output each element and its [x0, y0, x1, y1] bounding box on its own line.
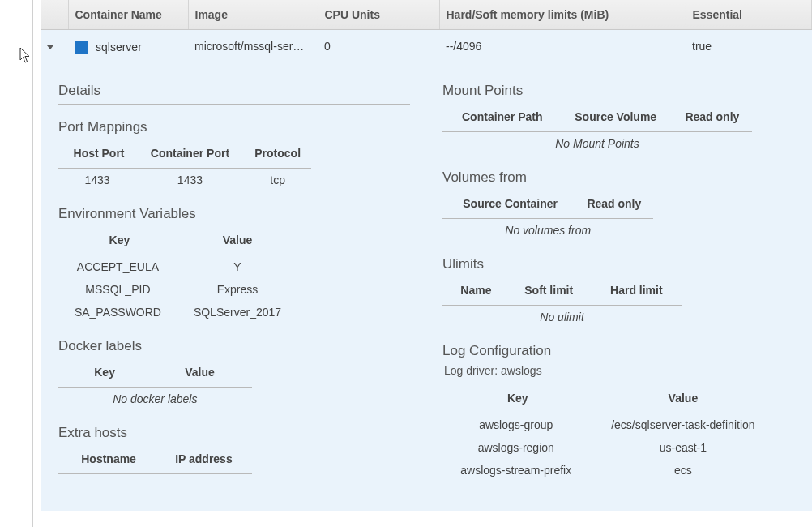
docker-labels-heading: Docker labels	[58, 338, 410, 354]
env-row: ACCEPT_EULAY	[58, 255, 297, 279]
col-container-path: Container Path	[442, 104, 559, 132]
env-row: SA_PASSWORDSQLServer_2017	[58, 301, 297, 323]
col-label-key: Key	[58, 359, 147, 388]
log-row: awslogs-group/ecs/sqlserver-task-definit…	[442, 413, 776, 437]
cell-memory: --/4096	[439, 30, 686, 62]
col-log-value: Value	[589, 385, 776, 413]
col-label-value: Value	[147, 359, 252, 388]
col-env-key: Key	[58, 227, 177, 255]
col-hostname: Hostname	[58, 446, 156, 474]
volumes-from-table: Source Container Read only No volumes fr…	[442, 191, 653, 242]
container-row[interactable]: sqlserver microsoft/mssql-ser… 0 --/4096…	[41, 30, 812, 62]
env-row: MSSQL_PIDExpress	[58, 278, 297, 301]
cell-image: microsoft/mssql-ser…	[188, 30, 318, 62]
divider	[58, 104, 410, 105]
docker-labels-table: Key Value No docker labels	[58, 359, 252, 410]
mount-points-empty: No Mount Points	[442, 132, 752, 156]
log-row: awslogs-regionus-east-1	[442, 436, 776, 459]
col-host-port: Host Port	[58, 140, 136, 169]
log-config-heading: Log Configuration	[442, 343, 794, 359]
col-hard-limit: Hard limit	[592, 277, 682, 306]
col-expand	[41, 0, 68, 30]
containers-table-header: Container Name Image CPU Units Hard/Soft…	[41, 0, 812, 30]
cell-cpu: 0	[318, 30, 439, 62]
col-container-name[interactable]: Container Name	[68, 0, 188, 30]
col-env-value: Value	[177, 227, 297, 255]
env-vars-heading: Environment Variables	[58, 206, 410, 222]
col-soft-limit: Soft limit	[506, 277, 592, 306]
col-ip: IP address	[156, 446, 252, 474]
col-readonly: Read only	[575, 191, 653, 219]
chevron-down-icon[interactable]	[47, 45, 53, 49]
volumes-from-empty: No volumes from	[442, 219, 653, 242]
log-row: awslogs-stream-prefixecs	[442, 459, 776, 482]
port-mapping-row: 1433 1433 tcp	[58, 169, 311, 192]
docker-labels-empty: No docker labels	[58, 388, 252, 411]
col-image[interactable]: Image	[188, 0, 318, 30]
col-cpu[interactable]: CPU Units	[318, 0, 439, 30]
log-config-table: Key Value awslogs-group/ecs/sqlserver-ta…	[442, 385, 776, 482]
col-memory[interactable]: Hard/Soft memory limits (MiB)	[439, 0, 686, 30]
cell-container-name: sqlserver	[68, 30, 188, 62]
mouse-cursor-icon	[19, 47, 32, 65]
port-mappings-heading: Port Mappings	[58, 119, 410, 135]
log-driver-line: Log driver: awslogs	[444, 364, 794, 377]
left-ruler	[32, 0, 33, 527]
volumes-from-heading: Volumes from	[442, 169, 794, 186]
mount-points-table: Container Path Source Volume Read only N…	[442, 104, 752, 155]
ulimits-empty: No ulimit	[442, 306, 682, 329]
col-essential[interactable]: Essential	[686, 0, 812, 30]
ulimits-table: Name Soft limit Hard limit No ulimit	[442, 277, 682, 328]
container-color-swatch	[75, 41, 88, 54]
details-heading: Details	[58, 83, 410, 99]
col-container-port: Container Port	[136, 140, 244, 169]
cell-essential: true	[686, 30, 812, 62]
col-source-volume: Source Volume	[559, 104, 673, 132]
mount-points-heading: Mount Points	[442, 83, 794, 99]
extra-hosts-heading: Extra hosts	[58, 425, 410, 441]
container-details-panel: Details Port Mappings Host Port Containe…	[41, 62, 812, 511]
extra-hosts-table: Hostname IP address	[58, 446, 252, 474]
port-mappings-table: Host Port Container Port Protocol 1433 1…	[58, 140, 311, 191]
col-protocol: Protocol	[244, 140, 312, 169]
col-readonly: Read only	[673, 104, 752, 132]
col-source-container: Source Container	[442, 191, 575, 219]
col-ulimit-name: Name	[442, 277, 506, 306]
env-vars-table: Key Value ACCEPT_EULAY MSSQL_PIDExpress …	[58, 227, 297, 323]
col-log-key: Key	[442, 385, 589, 413]
ulimits-heading: Ulimits	[442, 256, 794, 272]
containers-table: Container Name Image CPU Units Hard/Soft…	[41, 0, 812, 62]
